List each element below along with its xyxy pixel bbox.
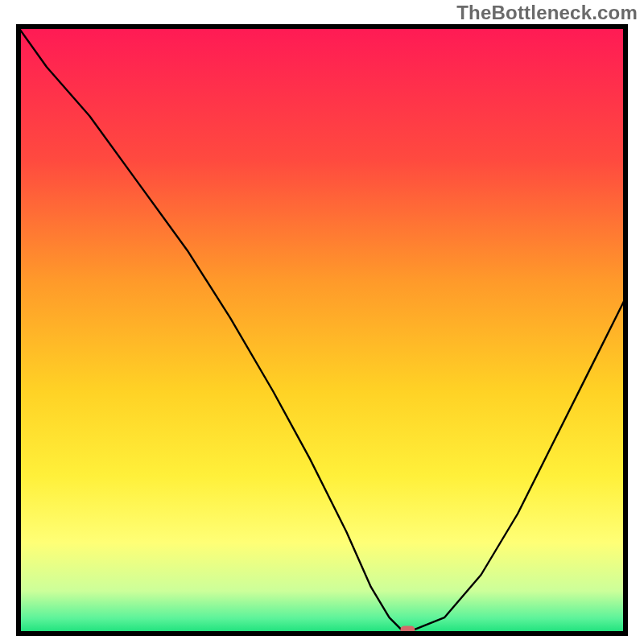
page-root: TheBottleneck.com (0, 0, 644, 644)
bottleneck-chart (16, 24, 628, 636)
gradient-background (19, 27, 625, 634)
watermark-text: TheBottleneck.com (456, 2, 638, 24)
chart-container (16, 24, 628, 636)
